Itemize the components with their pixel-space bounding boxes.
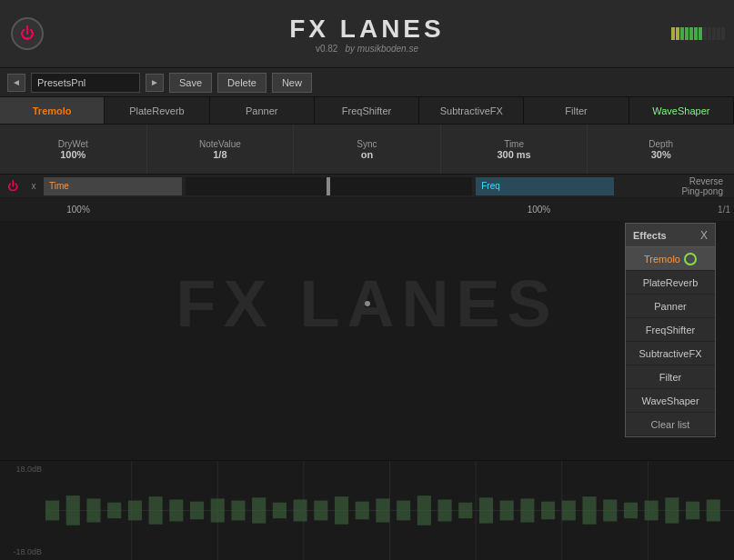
lane-empty-middle bbox=[186, 177, 473, 195]
lane-options: Reverse Ping-pong bbox=[616, 176, 734, 196]
preset-bar: ◄ ► Save Delete New bbox=[0, 68, 734, 97]
svg-rect-24 bbox=[376, 498, 389, 522]
level-bar bbox=[685, 27, 689, 40]
power-button[interactable]: ⏻ bbox=[11, 17, 44, 50]
cursor-indicator bbox=[684, 253, 697, 265]
svg-rect-10 bbox=[86, 498, 100, 522]
lane-power-button[interactable]: ⏻ bbox=[0, 180, 25, 193]
app-title: FX LANES bbox=[289, 15, 444, 44]
lane-value-3: 1/1 bbox=[575, 205, 734, 215]
effects-popup-header: Effects X bbox=[626, 224, 715, 247]
level-bar bbox=[721, 27, 725, 40]
svg-rect-34 bbox=[582, 496, 596, 525]
svg-rect-25 bbox=[397, 501, 410, 521]
param-time: Time 300 ms bbox=[441, 125, 588, 174]
level-bar bbox=[694, 27, 698, 40]
delete-button[interactable]: Delete bbox=[217, 73, 266, 93]
effects-item-subtractivefx[interactable]: SubtractiveFX bbox=[626, 342, 715, 365]
tab-platereverb[interactable]: PlateReverb bbox=[105, 97, 209, 124]
effects-item-panner[interactable]: Panner bbox=[626, 295, 715, 318]
effects-item-freqshifter[interactable]: FreqShifter bbox=[626, 318, 715, 342]
tab-panner[interactable]: Panner bbox=[210, 97, 315, 124]
svg-rect-26 bbox=[417, 495, 431, 525]
lane-bar-freq[interactable]: Freq bbox=[476, 177, 614, 195]
svg-rect-23 bbox=[356, 502, 369, 520]
lane-row-1: ⏻ x Time Freq Reverse Ping-pong bbox=[0, 175, 734, 198]
effects-item-waveshaper[interactable]: WaveShaper bbox=[626, 389, 715, 413]
level-bar bbox=[703, 27, 707, 40]
reverse-option[interactable]: Reverse bbox=[616, 176, 730, 186]
tab-freqshifter[interactable]: FreqShifter bbox=[315, 97, 419, 124]
fx-params: DryWet 100% NoteValue 1/8 Sync on Time 3… bbox=[0, 125, 734, 175]
main-canvas: FX LANES bbox=[0, 222, 734, 385]
level-meter bbox=[671, 27, 725, 40]
param-depth: Depth 30% bbox=[588, 125, 734, 174]
svg-rect-14 bbox=[169, 500, 183, 522]
header: ⏻ FX LANES v0.82 by musikboden.se bbox=[0, 0, 734, 68]
lane-close-button[interactable]: x bbox=[25, 181, 42, 191]
save-button[interactable]: Save bbox=[169, 73, 212, 93]
svg-rect-29 bbox=[479, 497, 493, 523]
svg-rect-18 bbox=[252, 497, 266, 523]
svg-rect-21 bbox=[314, 501, 327, 521]
lane-bar-time[interactable]: Time bbox=[44, 177, 182, 195]
effects-close-button[interactable]: X bbox=[700, 229, 708, 242]
lane-value-1: 100% bbox=[42, 205, 115, 215]
next-preset-button[interactable]: ► bbox=[146, 74, 164, 92]
level-bar bbox=[689, 27, 693, 40]
waveform-area: 18.0dB -18.0dB bbox=[0, 460, 734, 560]
svg-rect-40 bbox=[707, 500, 720, 522]
svg-rect-37 bbox=[645, 501, 659, 521]
tab-tremolo[interactable]: Tremolo bbox=[0, 97, 105, 124]
svg-rect-35 bbox=[603, 500, 617, 522]
effects-popup: Effects X Tremolo PlateReverb Panner Fre… bbox=[625, 223, 716, 437]
level-bar bbox=[712, 27, 716, 40]
lane-value-2: 100% bbox=[502, 205, 575, 215]
svg-rect-33 bbox=[562, 501, 576, 521]
prev-preset-button[interactable]: ◄ bbox=[7, 74, 25, 92]
lane-row-2: 100% 100% 1/1 bbox=[0, 198, 734, 222]
svg-rect-17 bbox=[231, 501, 245, 521]
waveform-label-bottom: -18.0dB bbox=[4, 547, 42, 556]
ping-pong-option[interactable]: Ping-pong bbox=[616, 186, 730, 196]
svg-rect-8 bbox=[45, 501, 59, 521]
svg-rect-30 bbox=[500, 501, 514, 521]
svg-rect-31 bbox=[520, 498, 534, 522]
fx-tabs: Tremolo PlateReverb Panner FreqShifter S… bbox=[0, 97, 734, 125]
app-subtitle: by musikboden.se bbox=[345, 44, 418, 54]
svg-rect-15 bbox=[190, 502, 204, 520]
level-bar bbox=[676, 27, 679, 40]
svg-rect-39 bbox=[686, 502, 699, 520]
app-version: v0.82 bbox=[316, 44, 337, 54]
tab-waveshaper[interactable]: WaveShaper bbox=[629, 97, 734, 124]
waveform-label-top: 18.0dB bbox=[4, 465, 42, 474]
svg-rect-27 bbox=[437, 500, 451, 522]
effects-item-tremolo[interactable]: Tremolo bbox=[626, 247, 715, 271]
level-bar bbox=[671, 27, 675, 40]
preset-name-input[interactable] bbox=[31, 73, 140, 93]
waveform-labels: 18.0dB -18.0dB bbox=[0, 461, 45, 560]
clear-list-button[interactable]: Clear list bbox=[626, 413, 715, 436]
tab-subtractivefx[interactable]: SubtractiveFX bbox=[419, 97, 524, 124]
effects-item-filter[interactable]: Filter bbox=[626, 365, 715, 389]
svg-rect-19 bbox=[273, 503, 287, 518]
svg-rect-9 bbox=[66, 495, 80, 525]
svg-rect-32 bbox=[541, 502, 555, 520]
effects-item-platereverb[interactable]: PlateReverb bbox=[626, 271, 715, 295]
svg-rect-16 bbox=[211, 498, 225, 522]
effects-popup-title: Effects bbox=[633, 230, 667, 241]
waveform-canvas bbox=[45, 461, 734, 560]
level-bar bbox=[680, 27, 684, 40]
level-bar bbox=[717, 27, 720, 40]
new-button[interactable]: New bbox=[272, 73, 312, 93]
svg-rect-22 bbox=[335, 496, 348, 525]
svg-rect-11 bbox=[107, 503, 121, 518]
param-drywet: DryWet 100% bbox=[0, 125, 147, 174]
level-bar bbox=[708, 27, 711, 40]
svg-rect-20 bbox=[294, 500, 307, 522]
canvas-dot bbox=[365, 301, 370, 306]
title-area: FX LANES v0.82 by musikboden.se bbox=[289, 15, 444, 54]
tab-filter[interactable]: Filter bbox=[524, 97, 628, 124]
svg-rect-13 bbox=[149, 496, 163, 525]
level-bar bbox=[699, 27, 702, 40]
